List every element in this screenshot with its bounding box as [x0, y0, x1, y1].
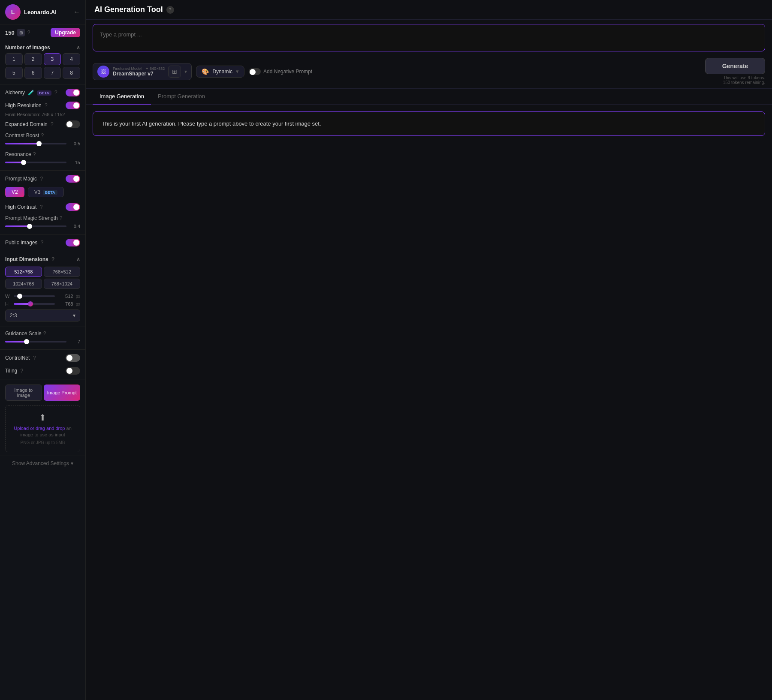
contrast-boost-slider[interactable]: 0.5 — [5, 141, 80, 146]
alchemy-info-icon[interactable]: ? — [54, 90, 57, 96]
prompt-magic-strength-info-icon[interactable]: ? — [60, 215, 63, 221]
upload-area[interactable]: ⬆ Upload or drag and drop an image to us… — [5, 405, 80, 452]
dimension-presets: 512×768 768×512 1024×768 768×1024 — [0, 265, 85, 292]
expanded-domain-section: Expanded Domain ? Contrast Boost ? 0.5 — [0, 118, 85, 168]
contrast-boost-thumb[interactable] — [36, 141, 42, 146]
model-icon-btn[interactable]: ⊞ — [168, 66, 181, 78]
neg-prompt-toggle[interactable]: Add Negative Prompt — [249, 68, 312, 75]
upgrade-button[interactable]: Upgrade — [51, 28, 80, 37]
num-btn-5[interactable]: 5 — [5, 67, 23, 79]
dim-1024x768[interactable]: 1024×768 — [5, 279, 42, 289]
content-area: This is your first AI generation. Please… — [86, 105, 772, 700]
neg-prompt-switch[interactable] — [249, 68, 261, 75]
input-dimensions-info-icon[interactable]: ? — [51, 256, 54, 262]
main-content: AI Generation Tool ? 🖼 Finetuned Model ✦… — [86, 0, 772, 700]
show-advanced-settings[interactable]: Show Advanced Settings ▾ — [0, 456, 85, 471]
tab-image-generation[interactable]: Image Generation — [93, 89, 151, 105]
high-contrast-label: High Contrast ? — [5, 204, 63, 210]
expanded-domain-label: Expanded Domain ? — [5, 121, 63, 127]
public-images-label: Public Images ? — [5, 240, 63, 246]
width-track[interactable] — [14, 295, 55, 297]
page-help-icon[interactable]: ? — [166, 6, 174, 14]
num-btn-8[interactable]: 8 — [63, 67, 80, 79]
expanded-domain-info-icon[interactable]: ? — [51, 121, 54, 127]
token-info-icon[interactable]: ? — [27, 30, 30, 36]
controlnet-toggle[interactable] — [66, 354, 80, 362]
public-images-toggle[interactable] — [66, 239, 80, 246]
num-btn-6[interactable]: 6 — [24, 67, 42, 79]
tiling-label: Tiling ? — [5, 368, 63, 374]
expanded-domain-toggle[interactable] — [66, 120, 80, 128]
upload-hint: PNG or JPG up to 5MB — [9, 440, 76, 445]
tiling-toggle[interactable] — [66, 367, 80, 375]
dim-768x1024[interactable]: 768×1024 — [44, 279, 81, 289]
public-images-info-icon[interactable]: ? — [41, 240, 44, 246]
aspect-ratio-dropdown[interactable]: 2:3 ▾ — [5, 309, 80, 321]
model-avatar: 🖼 — [97, 66, 109, 78]
v2-button[interactable]: V2 — [5, 187, 24, 197]
logo-area[interactable]: L Leonardo.Ai — [5, 4, 57, 20]
height-track[interactable] — [14, 303, 55, 305]
controlnet-info-icon[interactable]: ? — [33, 355, 36, 361]
number-of-images-section: Number of Images ∧ 1 2 3 4 5 6 7 8 — [0, 41, 85, 82]
token-count: 150 — [5, 30, 15, 36]
num-btn-7[interactable]: 7 — [44, 67, 61, 79]
prompt-input[interactable] — [93, 24, 765, 51]
tiling-info-icon[interactable]: ? — [21, 368, 24, 374]
style-selector[interactable]: 🎨 Dynamic ▾ — [196, 66, 244, 78]
contrast-boost-label: Contrast Boost ? — [5, 132, 80, 138]
v3-button[interactable]: V3 BETA — [28, 187, 64, 197]
resonance-label: Resonance ? — [5, 151, 80, 157]
high-contrast-toggle[interactable] — [66, 203, 80, 211]
model-selector[interactable]: 🖼 Finetuned Model ✦ 640×832 DreamShaper … — [93, 63, 192, 80]
dim-768x512[interactable]: 768×512 — [44, 267, 81, 277]
contrast-boost-info-icon[interactable]: ? — [41, 132, 44, 138]
resonance-value: 15 — [70, 160, 80, 165]
dim-512x768[interactable]: 512×768 — [5, 267, 42, 277]
height-thumb[interactable] — [28, 301, 33, 306]
style-name: Dynamic — [212, 69, 232, 75]
width-thumb[interactable] — [17, 294, 22, 299]
prompt-magic-info-icon[interactable]: ? — [40, 176, 43, 182]
num-btn-1[interactable]: 1 — [5, 53, 23, 65]
gs-thumb[interactable] — [24, 339, 29, 344]
resonance-info-icon[interactable]: ? — [33, 151, 36, 157]
guidance-scale-slider[interactable]: 7 — [5, 339, 80, 344]
guidance-scale-info-icon[interactable]: ? — [43, 330, 46, 336]
high-contrast-info-icon[interactable]: ? — [40, 204, 43, 210]
alchemy-beta-badge: BETA — [37, 90, 51, 96]
input-dimensions-chevron[interactable]: ∧ — [76, 256, 80, 262]
number-of-images-chevron[interactable]: ∧ — [76, 45, 80, 51]
tiling-section: Tiling ? — [0, 364, 85, 377]
resonance-thumb[interactable] — [21, 160, 26, 165]
aspect-ratio-section: 2:3 ▾ — [0, 308, 85, 325]
high-resolution-toggle[interactable] — [66, 102, 80, 109]
image-prompt-tab[interactable]: Image Prompt — [44, 385, 81, 401]
version-buttons: V2 V3 BETA — [0, 185, 85, 201]
width-label: W — [5, 294, 11, 299]
prompt-magic-section: Prompt Magic ? V2 V3 BETA — [0, 172, 85, 201]
pms-thumb[interactable] — [27, 224, 32, 229]
num-btn-2[interactable]: 2 — [24, 53, 42, 65]
generate-button[interactable]: Generate — [705, 58, 765, 74]
image-to-image-tab[interactable]: Image to Image — [5, 385, 42, 401]
upload-link[interactable]: Upload or drag and drop — [14, 426, 65, 431]
alchemy-toggle[interactable] — [66, 89, 80, 96]
alchemy-row: Alchemy 🧪 BETA ? — [0, 86, 85, 99]
num-btn-4[interactable]: 4 — [63, 53, 80, 65]
alchemy-section: Alchemy 🧪 BETA ? High Resolution ? Final… — [0, 86, 85, 118]
num-btn-3[interactable]: 3 — [44, 53, 61, 65]
generate-area: Generate This will use 9 tokens. 150 tok… — [705, 58, 765, 85]
resonance-track — [5, 162, 66, 163]
resonance-slider[interactable]: 15 — [5, 160, 80, 165]
sidebar-collapse-icon[interactable]: ← — [73, 8, 80, 16]
logo-avatar: L — [5, 4, 21, 20]
page-title: AI Generation Tool — [94, 5, 163, 14]
mode-buttons: ⊞ — [168, 66, 181, 78]
public-images-section: Public Images ? — [0, 236, 85, 249]
prompt-magic-strength-slider[interactable]: 0.4 — [5, 224, 80, 229]
tab-prompt-generation[interactable]: Prompt Generation — [151, 89, 212, 105]
tokens-bar: 150 ⊞ ? Upgrade — [0, 24, 85, 41]
prompt-magic-toggle[interactable] — [66, 175, 80, 183]
high-resolution-info-icon[interactable]: ? — [45, 102, 48, 108]
